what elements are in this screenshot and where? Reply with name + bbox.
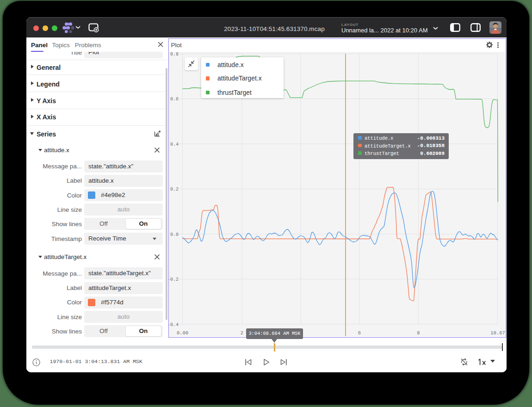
svg-text:6: 6	[358, 330, 360, 336]
svg-text:2: 2	[240, 330, 243, 336]
svg-text:10.67: 10.67	[490, 330, 505, 336]
svg-text:-0.2: -0.2	[169, 277, 179, 282]
svg-text:0.00: 0.00	[176, 330, 188, 336]
svg-text:0.2: 0.2	[170, 187, 178, 192]
svg-text:0.4: 0.4	[170, 142, 178, 147]
svg-text:0.0: 0.0	[170, 232, 178, 237]
svg-text:0.6: 0.6	[170, 97, 178, 102]
svg-text:-0.4: -0.4	[169, 322, 179, 327]
svg-text:0.8: 0.8	[170, 52, 178, 57]
svg-text:8: 8	[417, 330, 420, 336]
